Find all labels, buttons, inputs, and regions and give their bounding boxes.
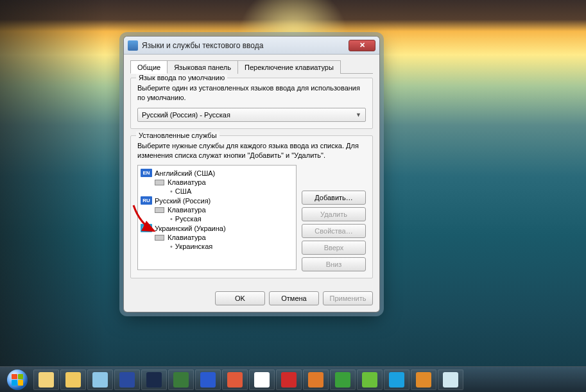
explorer-icon	[39, 372, 54, 388]
start-button[interactable]	[3, 368, 32, 391]
chevron-down-icon: ▼	[356, 112, 361, 118]
tree-bullet-icon: •	[170, 215, 173, 223]
chrome-icon	[227, 372, 243, 388]
tree-bullet-icon: •	[170, 187, 173, 195]
dreamweaver-icon	[173, 372, 189, 388]
lang-badge-icon: UK	[141, 224, 152, 232]
taskbar-yandex-icon[interactable]	[249, 370, 275, 390]
tab-keyboard-switch[interactable]: Переключение клавиатуры	[237, 60, 341, 74]
group-services-desc: Выберите нужные службы для каждого языка…	[137, 141, 366, 160]
up-button[interactable]: Вверх	[302, 241, 366, 255]
firefox-icon	[308, 372, 323, 388]
taskbar-photoshop-icon[interactable]	[141, 370, 167, 390]
lang-name: Русский (Россия)	[155, 197, 211, 205]
keyboard-icon	[155, 207, 164, 213]
text-services-dialog: Языки и службы текстового ввода ✕ Общие …	[123, 36, 380, 312]
taskbar-folder-icon[interactable]	[60, 370, 86, 390]
tabstrip: Общие Языковая панель Переключение клави…	[130, 60, 373, 74]
media-icon	[416, 372, 431, 388]
group-services-legend: Установленные службы	[136, 132, 220, 139]
weather-icon	[443, 372, 458, 388]
lang-name: Украинский (Украина)	[155, 225, 226, 232]
taskbar-chrome-icon[interactable]	[222, 370, 248, 390]
group-installed-services: Установленные службы Выберите нужные слу…	[130, 135, 373, 279]
taskbar-explorer-icon[interactable]	[33, 370, 59, 390]
tree-keyboard-node[interactable]: Клавиатура	[139, 205, 295, 214]
save-disk-icon	[119, 372, 135, 388]
tree-layout-leaf[interactable]: •Русская	[139, 214, 295, 223]
taskbar-firefox-icon[interactable]	[303, 370, 329, 390]
group-default-legend: Язык ввода по умолчанию	[136, 74, 227, 81]
torrent-icon	[335, 372, 350, 388]
default-language-combo[interactable]: Русский (Россия) - Русская ▼	[137, 108, 366, 122]
tree-bullet-icon: •	[170, 243, 173, 250]
tree-lang-en[interactable]: ENАнглийский (США)	[139, 168, 295, 178]
keyboard-icon	[155, 235, 164, 241]
photoshop-icon	[146, 372, 162, 388]
close-button[interactable]: ✕	[349, 40, 375, 51]
tab-general[interactable]: Общие	[130, 60, 168, 74]
layout-name: США	[175, 187, 191, 195]
tree-layout-leaf[interactable]: •США	[139, 187, 295, 196]
cancel-button[interactable]: Отмена	[269, 291, 319, 305]
down-button[interactable]: Вниз	[302, 257, 366, 271]
group-default-language: Язык ввода по умолчанию Выберите один из…	[130, 78, 373, 129]
lang-name: Английский (США)	[155, 169, 215, 177]
apply-button[interactable]: Применить	[323, 291, 373, 305]
taskbar-dreamweaver-icon[interactable]	[168, 370, 194, 390]
keyboard-label: Клавиатура	[168, 178, 206, 186]
layout-name: Русская	[175, 215, 202, 223]
opera-icon	[281, 372, 297, 388]
lang-badge-icon: RU	[141, 196, 152, 205]
dialog-title: Языки и службы текстового ввода	[142, 41, 349, 50]
icq-icon	[362, 372, 377, 388]
tree-keyboard-node[interactable]: Клавиатура	[139, 233, 295, 242]
remove-button[interactable]: Удалить	[302, 207, 366, 221]
folder-icon	[65, 372, 81, 388]
taskbar-notepad-icon[interactable]	[87, 370, 113, 390]
windows-logo-icon	[7, 370, 28, 390]
dialog-bottom-buttons: OK Отмена Применить	[130, 285, 373, 305]
ok-button[interactable]: OK	[215, 291, 265, 305]
group-default-desc: Выберите один из установленных языков вв…	[137, 83, 366, 103]
lang-badge-icon: EN	[141, 169, 152, 177]
taskbar-skype-icon[interactable]	[384, 370, 409, 390]
taskbar-media-icon[interactable]	[411, 370, 436, 390]
properties-button[interactable]: Свойства…	[302, 224, 366, 238]
add-button[interactable]: Добавить…	[302, 191, 366, 205]
taskbar-icq-icon[interactable]	[357, 370, 383, 390]
dialog-icon	[128, 40, 138, 51]
tree-keyboard-node[interactable]: Клавиатура	[139, 178, 295, 187]
combo-value: Русский (Россия) - Русская	[142, 111, 230, 119]
tab-language-bar[interactable]: Языковая панель	[167, 60, 238, 74]
language-tree[interactable]: ENАнглийский (США)Клавиатура•СШАRUРусски…	[137, 165, 297, 270]
notepad-icon	[92, 372, 108, 388]
word-icon	[200, 372, 216, 388]
tree-lang-uk[interactable]: UKУкраинский (Украина)	[139, 223, 295, 233]
yandex-icon	[254, 372, 270, 388]
taskbar-torrent-icon[interactable]	[330, 370, 356, 390]
skype-icon	[389, 372, 404, 388]
taskbar[interactable]	[0, 366, 586, 392]
taskbar-weather-icon[interactable]	[438, 370, 463, 390]
taskbar-save-disk-icon[interactable]	[114, 370, 140, 390]
keyboard-label: Клавиатура	[168, 206, 206, 214]
tree-side-buttons: Добавить… Удалить Свойства… Вверх Вниз	[302, 191, 366, 271]
tree-lang-ru[interactable]: RUРусский (Россия)	[139, 196, 295, 205]
taskbar-word-icon[interactable]	[195, 370, 221, 390]
titlebar[interactable]: Языки и службы текстового ввода ✕	[124, 37, 379, 55]
keyboard-label: Клавиатура	[168, 234, 206, 241]
layout-name: Украинская	[175, 243, 212, 250]
taskbar-opera-icon[interactable]	[276, 370, 302, 390]
tree-layout-leaf[interactable]: •Украинская	[139, 242, 295, 251]
keyboard-icon	[155, 180, 164, 185]
